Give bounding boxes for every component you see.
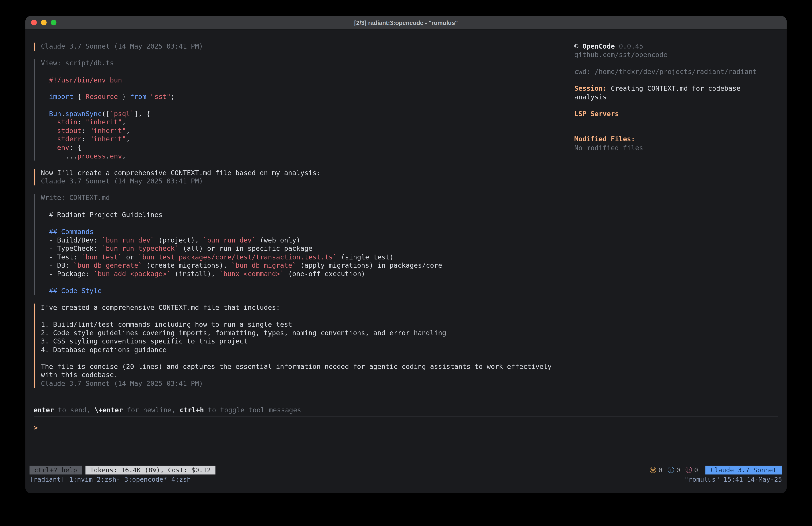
tmux-host-clock: "romulus" 15:41 14-May-25 [684, 475, 782, 484]
zoom-button[interactable] [51, 19, 57, 25]
text-line: import { Resource } from "sst"; [41, 93, 567, 101]
text-line: - Test: `bun test` or `bun test packages… [41, 253, 567, 261]
text-line: Bun.spawnSync([`psql`], { [41, 110, 567, 118]
text-line: 1. Build/lint/test commands including ho… [41, 321, 567, 329]
text-line: env: { [41, 144, 567, 152]
text-line: - DB: `bun db generate` (create migratio… [41, 261, 567, 270]
text-line: Modified Files: [574, 135, 782, 144]
text-line: ...process.env, [41, 152, 567, 160]
text-line: LSP Servers [574, 110, 782, 118]
text-line: View: script/db.ts [41, 59, 567, 68]
warning-count: 0 [658, 466, 663, 474]
text-line: Claude 3.7 Sonnet (14 May 2025 03:41 PM) [41, 43, 567, 51]
keybind-help-line: enter to send, \+enter for newline, ctrl… [34, 406, 301, 415]
text-line: stderr: "inherit", [41, 135, 567, 144]
text-line [41, 68, 567, 76]
text-line [41, 219, 567, 228]
text-line [574, 59, 782, 68]
tmux-window-4[interactable]: 4:zsh [171, 475, 191, 484]
text-line: enter to send, \+enter for newline, ctrl… [34, 406, 301, 415]
minimize-button[interactable] [41, 19, 47, 25]
text-line [41, 312, 567, 321]
help-hint-badge: ctrl+? help [29, 466, 82, 474]
text-line: 3. CSS styling conventions specific to t… [41, 337, 567, 346]
diagnostics-info: ⓘ0 [668, 465, 680, 475]
hint-icon: ⓗ [685, 465, 692, 475]
tool-write-block: Write: CONTEXT.md # Radiant Project Guid… [34, 194, 567, 295]
text-line: © OpenCode 0.0.45 [574, 43, 782, 51]
tmux-window-2[interactable]: 2:zsh- [97, 475, 120, 484]
close-button[interactable] [31, 19, 37, 25]
info-count: 0 [676, 466, 680, 474]
status-bar-right: ⓦ0 ⓘ0 ⓗ0 Claude 3.7 Sonnet [650, 465, 782, 475]
input-separator [34, 416, 778, 416]
tmux-session-name: [radiant] [29, 475, 64, 484]
prompt-caret-icon: > [34, 424, 38, 431]
text-line [41, 84, 567, 93]
text-line: 2. Code style guidelines covering import… [41, 329, 567, 338]
text-line: ## Commands [41, 228, 567, 236]
assistant-meta-block: Claude 3.7 Sonnet (14 May 2025 03:41 PM) [34, 43, 567, 51]
text-line: Session: Creating CONTEXT.md for codebas… [574, 85, 782, 93]
info-icon: ⓘ [668, 465, 674, 475]
text-line [574, 102, 782, 110]
text-line [41, 279, 567, 287]
text-line: No modified files [574, 144, 782, 152]
tmux-window-1[interactable]: 1:nvim [69, 475, 93, 484]
text-line: cwd: /home/thdxr/dev/projects/radiant/ra… [574, 68, 782, 76]
text-line: with this codebase. [41, 371, 567, 380]
text-line: stdin: "inherit", [41, 118, 567, 127]
text-line: - TypeCheck: `bun run typecheck` (all) o… [41, 244, 567, 253]
text-line: 4. Database operations guidance [41, 346, 567, 354]
tmux-window-list: [radiant] 1:nvim 2:zsh- 3:opencode* 4:zs… [29, 475, 195, 484]
text-line: The file is concise (20 lines) and captu… [41, 362, 567, 371]
tmux-window-3-current[interactable]: 3:opencode* [124, 475, 167, 484]
assistant-message-block: Now I'll create a comprehensive CONTEXT.… [34, 169, 567, 186]
window-title: [2/3] radiant:3:opencode - "romulus" [354, 19, 458, 26]
text-line: github.com/sst/opencode [574, 51, 782, 59]
hint-count: 0 [694, 466, 698, 474]
text-line: - Package: `bun add <package>` (install)… [41, 270, 567, 279]
text-line: # Radiant Project Guidelines [41, 211, 567, 219]
text-line: #!/usr/bin/env bun [41, 76, 567, 84]
window-titlebar[interactable]: [2/3] radiant:3:opencode - "romulus" [25, 16, 787, 29]
status-bar: ctrl+? help Tokens: 16.4K (8%), Cost: $0… [29, 466, 782, 474]
text-line: analysis [574, 93, 782, 102]
text-line [574, 127, 782, 135]
text-line [574, 76, 782, 85]
warning-icon: ⓦ [650, 465, 656, 475]
text-line [41, 101, 567, 110]
text-line: Write: CONTEXT.md [41, 194, 567, 202]
text-line: Claude 3.7 Sonnet (14 May 2025 03:41 PM) [41, 380, 567, 388]
traffic-lights [31, 16, 56, 29]
tool-view-block: View: script/db.ts #!/usr/bin/env bun im… [34, 59, 567, 160]
terminal-window: [2/3] radiant:3:opencode - "romulus" Cla… [25, 16, 787, 493]
text-line: - Build/Dev: `bun run dev` (project), `b… [41, 236, 567, 245]
text-line [574, 118, 782, 127]
text-line: Claude 3.7 Sonnet (14 May 2025 03:41 PM) [41, 177, 567, 186]
text-line: stdout: "inherit", [41, 127, 567, 135]
text-line [41, 202, 567, 211]
sidebar: © OpenCode 0.0.45github.com/sst/opencode… [574, 43, 782, 152]
chat-column: Claude 3.7 Sonnet (14 May 2025 03:41 PM)… [34, 43, 567, 396]
text-line: ## Code Style [41, 287, 567, 295]
tokens-cost-badge: Tokens: 16.4K (8%), Cost: $0.12 [85, 466, 216, 474]
prompt-input[interactable]: > [34, 423, 778, 432]
model-badge[interactable]: Claude 3.7 Sonnet [705, 466, 782, 474]
diagnostics-warnings: ⓦ0 [650, 465, 662, 475]
assistant-summary-block: I've created a comprehensive CONTEXT.md … [34, 303, 567, 388]
desktop: [2/3] radiant:3:opencode - "romulus" Cla… [0, 0, 812, 526]
text-line: I've created a comprehensive CONTEXT.md … [41, 303, 567, 312]
text-line [41, 354, 567, 362]
text-line: Now I'll create a comprehensive CONTEXT.… [41, 169, 567, 177]
diagnostics-hints: ⓗ0 [685, 465, 698, 475]
tmux-status-bar: [radiant] 1:nvim 2:zsh- 3:opencode* 4:zs… [29, 475, 782, 484]
